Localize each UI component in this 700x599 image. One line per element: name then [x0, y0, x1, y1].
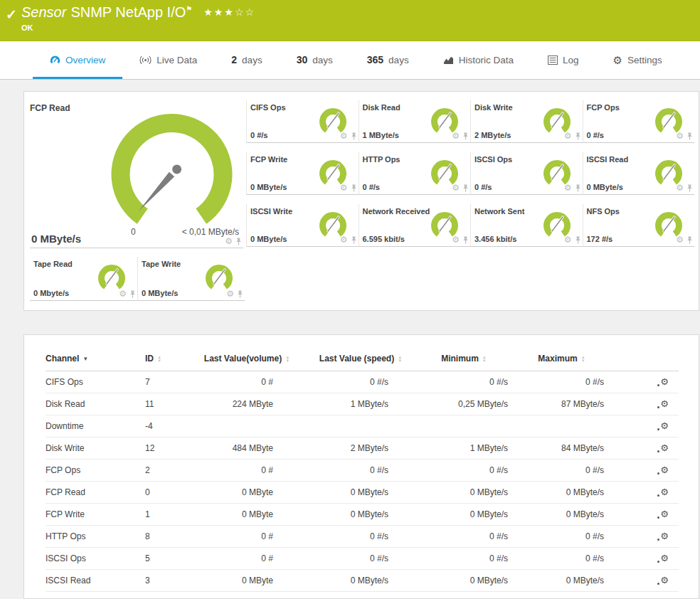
channel-gauge-tile[interactable]: Network Received 6.595 kbit/s ⚙ [359, 204, 471, 247]
table-row[interactable]: ISCSI Ops 5 0 # 0 #/s 0 #/s 0 #/s ⚙ [46, 548, 679, 570]
gear-icon[interactable]: ⚙ [452, 235, 460, 244]
pin-icon[interactable] [462, 184, 469, 192]
tab-overview[interactable]: Overview [33, 41, 122, 79]
pin-icon[interactable] [575, 236, 581, 244]
channels-panel: Channel▼ ID▲▼ Last Value(volume)▲▼ Last … [23, 334, 699, 599]
gear-icon[interactable]: ⚙ [564, 184, 572, 192]
table-row[interactable]: ISCSI Write 4 0 MByte 0 MByte/s 0 MByte/… [46, 592, 679, 599]
tab-label-number: 365 [367, 54, 383, 65]
pin-icon[interactable] [575, 132, 581, 140]
table-row[interactable]: Downtime -4 ⚙ [46, 415, 679, 438]
table-row[interactable]: Disk Read 11 224 MByte 1 MByte/s 0,25 MB… [46, 393, 679, 415]
gear-icon[interactable]: ⚙ [452, 184, 460, 192]
pin-icon[interactable] [351, 132, 357, 140]
channel-settings-icon[interactable]: ⚙ [660, 377, 669, 386]
channel-settings-icon[interactable]: ⚙ [660, 399, 669, 408]
gear-icon[interactable]: ⚙ [340, 132, 348, 140]
table-row[interactable]: CIFS Ops 7 0 # 0 #/s 0 #/s 0 #/s ⚙ [46, 371, 679, 393]
table-row[interactable]: Disk Write 12 484 MByte 2 MByte/s 1 MByt… [46, 438, 679, 460]
table-row[interactable]: ISCSI Read 3 0 MByte 0 MByte/s 0 MByte/s… [46, 570, 679, 592]
pin-icon[interactable] [129, 290, 136, 298]
table-row[interactable]: FCP Write 1 0 MByte 0 MByte/s 0 MByte/s … [46, 504, 679, 526]
channel-settings-icon[interactable]: ⚙ [660, 487, 669, 497]
channel-settings-icon[interactable]: ⚙ [660, 465, 669, 475]
gear-icon[interactable]: ⚙ [119, 290, 127, 298]
channel-gauge-tile[interactable]: FCP Write 0 MByte/s ⚙ [246, 152, 359, 195]
pin-icon[interactable] [462, 236, 469, 244]
pin-icon[interactable] [686, 184, 693, 192]
pin-icon[interactable] [237, 290, 243, 298]
gear-icon[interactable]: ⚙ [676, 132, 684, 140]
pin-icon[interactable] [686, 236, 693, 244]
cell-last-value-volume: 0 MByte [186, 570, 307, 592]
sort-icon: ▲▼ [482, 356, 487, 363]
gear-icon[interactable]: ⚙ [676, 235, 684, 244]
tab-2-days[interactable]: 2 days [214, 41, 279, 79]
channel-settings-icon[interactable]: ⚙ [660, 509, 669, 519]
gear-icon[interactable]: ⚙ [226, 290, 234, 298]
gear-icon[interactable]: ⚙ [340, 235, 348, 244]
cell-last-value-speed: 0 #/s [307, 460, 414, 482]
cell-last-value-volume [186, 415, 307, 438]
table-row[interactable]: HTTP Ops 8 0 # 0 #/s 0 #/s 0 #/s ⚙ [46, 526, 679, 548]
channel-gauge-tile[interactable]: HTTP Ops 0 #/s ⚙ [359, 152, 471, 195]
sort-icon: ▲▼ [285, 356, 290, 363]
status-check-icon: ✓ [6, 6, 17, 23]
tab-settings[interactable]: ⚙ Settings [595, 41, 679, 79]
column-header-last-value-speed[interactable]: Last Value (speed)▲▼ [307, 348, 414, 371]
tab-historic-data[interactable]: Historic Data [426, 41, 531, 79]
column-header-maximum[interactable]: Maximum▲▼ [514, 348, 610, 371]
pin-icon[interactable] [351, 184, 357, 192]
sort-icon: ▲▼ [398, 356, 402, 363]
table-row[interactable]: FCP Ops 2 0 # 0 #/s 0 #/s 0 #/s ⚙ [46, 460, 679, 482]
tab-log[interactable]: Log [531, 41, 596, 79]
tab-live-data[interactable]: Live Data [122, 41, 214, 79]
channel-settings-icon[interactable]: ⚙ [660, 531, 669, 541]
tab-365-days[interactable]: 365 days [350, 41, 426, 79]
column-header-minimum[interactable]: Minimum▲▼ [414, 348, 514, 371]
tab-30-days[interactable]: 30 days [280, 41, 350, 79]
pin-icon[interactable] [462, 132, 469, 140]
channel-gauge-tile[interactable]: ISCSI Ops 0 #/s ⚙ [470, 152, 583, 195]
channel-gauge-tile[interactable]: Tape Write 0 MByte/s ⚙ [137, 257, 245, 301]
gear-icon[interactable]: ⚙ [225, 237, 233, 245]
pin-icon[interactable] [575, 184, 581, 192]
gear-icon[interactable]: ⚙ [564, 235, 572, 244]
channel-gauge-tile[interactable]: ISCSI Write 0 MByte/s ⚙ [246, 204, 359, 247]
channel-settings-icon[interactable]: ⚙ [660, 553, 669, 563]
channel-settings-icon[interactable]: ⚙ [660, 443, 669, 452]
channel-gauge-tile[interactable]: FCP Ops 0 #/s ⚙ [583, 100, 695, 143]
tile-actions: ⚙ [340, 235, 357, 244]
channel-gauge-grid: CIFS Ops 0 #/s ⚙ Disk Read [246, 100, 694, 247]
table-row[interactable]: FCP Read 0 0 MByte 0 MByte/s 0 MByte/s 0… [46, 482, 679, 504]
gear-icon[interactable]: ⚙ [452, 132, 460, 140]
channel-gauge-tile[interactable]: ISCSI Read 0 MByte/s ⚙ [583, 152, 695, 195]
cell-actions: ⚙ [610, 460, 679, 482]
column-header-channel[interactable]: Channel▼ [46, 348, 145, 371]
column-header-last-value-volume[interactable]: Last Value(volume)▲▼ [186, 348, 307, 371]
priority-stars[interactable]: ★★★☆☆ [203, 6, 255, 18]
tile-actions: ⚙ [564, 132, 581, 140]
channel-gauge-tile[interactable]: Disk Write 2 MByte/s ⚙ [470, 100, 583, 143]
channel-gauge-tile[interactable]: NFS Ops 172 #/s ⚙ [583, 204, 695, 247]
gear-icon[interactable]: ⚙ [340, 184, 348, 192]
cell-channel: CIFS Ops [46, 371, 145, 393]
channel-gauge-tile[interactable]: Network Sent 3.456 kbit/s ⚙ [470, 204, 583, 247]
channel-gauge-tile[interactable]: Tape Read 0 Mbyte/s ⚙ [30, 257, 137, 301]
channel-settings-icon[interactable]: ⚙ [660, 576, 669, 585]
sensor-title-line: SensorSNMP NetApp I/O⚑★★★☆☆ [21, 4, 255, 21]
cell-actions: ⚙ [610, 526, 679, 548]
channel-gauge-tile[interactable]: Disk Read 1 MByte/s ⚙ [359, 100, 471, 143]
tab-label: days [388, 55, 409, 65]
pin-icon[interactable] [686, 132, 693, 140]
column-header-id[interactable]: ID▲▼ [145, 348, 186, 371]
tile-actions: ⚙ [340, 184, 357, 192]
channel-settings-icon[interactable]: ⚙ [660, 421, 669, 430]
pin-icon[interactable] [235, 238, 242, 245]
gauge-value: 3.456 kbit/s [474, 235, 516, 243]
tab-bar: Overview Live Data 2 days 30 days 365 da… [0, 41, 700, 80]
gear-icon[interactable]: ⚙ [564, 132, 572, 140]
channel-gauge-tile[interactable]: CIFS Ops 0 #/s ⚙ [246, 100, 359, 143]
pin-icon[interactable] [351, 236, 357, 244]
gear-icon[interactable]: ⚙ [676, 184, 684, 192]
